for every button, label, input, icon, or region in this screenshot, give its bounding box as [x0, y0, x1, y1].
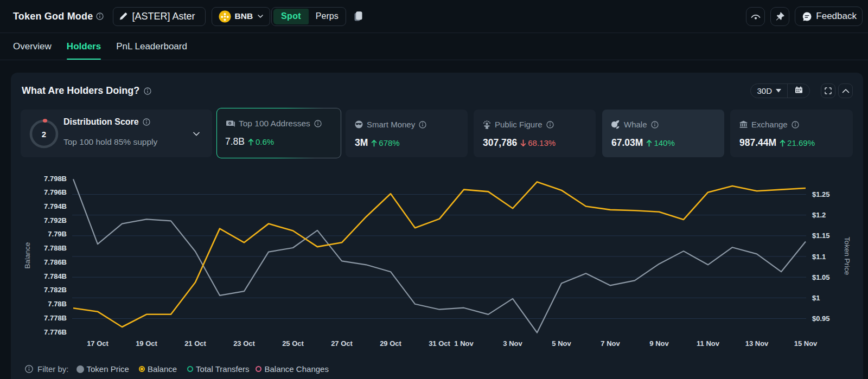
svg-text:$1: $1 [812, 294, 820, 302]
svg-text:19 Oct: 19 Oct [136, 339, 157, 347]
svg-text:7.78B: 7.78B [48, 300, 67, 308]
svg-text:7.786B: 7.786B [44, 258, 67, 266]
svg-text:29 Oct: 29 Oct [380, 339, 401, 347]
svg-text:$1.1: $1.1 [812, 253, 826, 261]
svg-text:7.778B: 7.778B [44, 314, 67, 322]
svg-text:13 Nov: 13 Nov [745, 339, 769, 347]
svg-text:$1.05: $1.05 [812, 273, 830, 281]
svg-text:27 Oct: 27 Oct [331, 339, 353, 347]
svg-text:7.782B: 7.782B [44, 286, 67, 294]
svg-text:3 Nov: 3 Nov [503, 339, 522, 347]
svg-text:$1.2: $1.2 [812, 211, 826, 219]
svg-text:7.794B: 7.794B [44, 202, 67, 210]
svg-text:7.798B: 7.798B [44, 175, 67, 183]
svg-text:11 Nov: 11 Nov [697, 339, 720, 347]
svg-text:$0.95: $0.95 [812, 314, 830, 323]
svg-text:25 Oct: 25 Oct [282, 339, 304, 347]
svg-text:Token Price: Token Price [843, 237, 851, 275]
svg-text:7.79B: 7.79B [48, 230, 67, 238]
svg-text:Balance: Balance [23, 242, 31, 269]
svg-text:7.792B: 7.792B [44, 216, 67, 224]
svg-text:$1.25: $1.25 [812, 190, 830, 198]
svg-text:23 Oct: 23 Oct [233, 339, 255, 347]
svg-text:17 Oct: 17 Oct [87, 339, 108, 347]
svg-text:2: 2 [42, 130, 46, 139]
svg-text:31 Oct: 31 Oct [429, 339, 450, 347]
svg-text:1 Nov: 1 Nov [454, 339, 474, 347]
svg-text:15 Nov: 15 Nov [794, 339, 818, 347]
svg-text:7 Nov: 7 Nov [601, 339, 620, 347]
svg-text:7.776B: 7.776B [44, 328, 67, 336]
svg-text:5 Nov: 5 Nov [552, 339, 571, 347]
svg-text:7.796B: 7.796B [44, 188, 67, 196]
svg-text:9 Nov: 9 Nov [649, 339, 669, 347]
svg-text:7.788B: 7.788B [44, 244, 67, 252]
svg-text:$1.15: $1.15 [812, 232, 830, 240]
svg-text:7.784B: 7.784B [44, 272, 67, 280]
svg-text:21 Oct: 21 Oct [184, 339, 206, 347]
